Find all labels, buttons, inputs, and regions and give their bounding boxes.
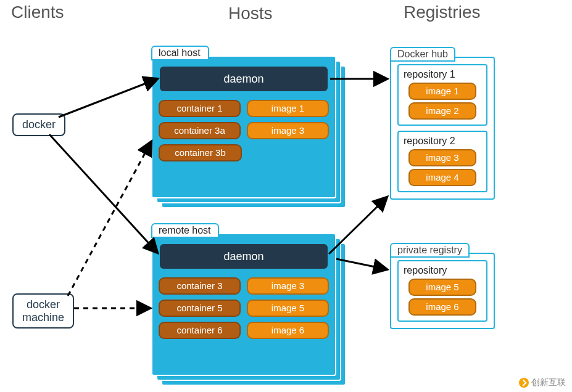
hub-repo-1: repository 1 image 1 image 2 [397,64,487,126]
local-image-1: image 1 [247,100,329,117]
hub-image-2: image 2 [408,102,476,120]
watermark-logo-icon [519,378,529,388]
registry-hub-tab: Docker hub [390,47,455,62]
remote-image-5: image 5 [247,300,329,317]
local-image-3: image 3 [247,122,329,139]
private-image-5: image 5 [408,279,476,296]
host-remote-daemon: daemon [160,244,328,269]
host-local-daemon: daemon [160,67,328,91]
client-docker-machine-line1: docker [27,298,60,311]
arrow-machine-to-local [68,142,151,296]
private-repo: repository image 5 image 6 [397,260,487,322]
hub-repo-2: repository 2 image 3 image 4 [397,131,487,192]
hub-image-1: image 1 [408,83,476,100]
hub-repo-1-title: repository 1 [404,69,481,80]
remote-image-6: image 6 [247,322,329,339]
arrow-docker-to-remote [49,134,157,253]
client-docker-label: docker [22,118,56,131]
arrow-docker-to-local [59,79,157,117]
hub-image-4: image 4 [408,169,476,186]
remote-container-6: container 6 [159,322,241,339]
client-docker-machine-line2: machine [22,311,64,324]
remote-container-5: container 5 [159,300,241,317]
registry-private-tab: private registry [390,243,470,258]
host-local-tab: local host [151,46,209,60]
hub-image-3: image 3 [408,149,476,166]
hub-repo-2-title: repository 2 [404,136,481,147]
watermark-text: 创新互联 [531,377,566,388]
title-registries: Registries [404,2,480,22]
registry-docker-hub: Docker hub repository 1 image 1 image 2 … [390,57,495,200]
private-repo-title: repository [404,265,481,276]
registry-private: private registry repository image 5 imag… [390,253,495,329]
host-local-stack: local host daemon container 1 image 1 co… [151,55,336,198]
local-container-1: container 1 [159,100,241,117]
watermark: 创新互联 [519,377,566,388]
remote-container-3: container 3 [159,277,241,295]
private-image-6: image 6 [408,298,476,316]
remote-image-3: image 3 [247,277,329,295]
title-hosts: Hosts [228,4,273,23]
title-clients: Clients [11,2,64,22]
local-container-3a: container 3a [159,122,241,139]
host-remote-tab: remote host [151,223,219,238]
local-container-3b: container 3b [159,144,242,161]
client-docker-machine: docker machine [12,293,74,329]
client-docker: docker [12,113,65,136]
host-remote-stack: remote host daemon container 3 image 3 c… [151,233,336,376]
